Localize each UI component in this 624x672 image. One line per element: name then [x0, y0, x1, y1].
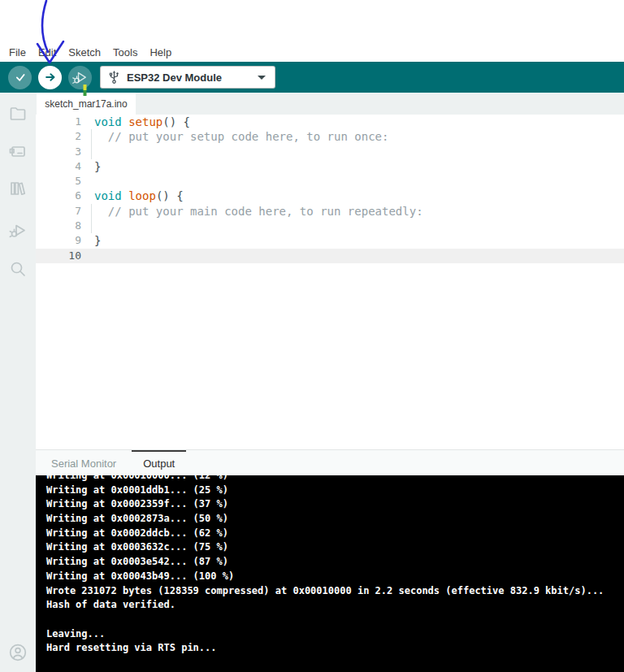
code-text: void loop() {: [94, 189, 184, 203]
console-line: Hard resetting via RTS pin...: [46, 641, 624, 656]
debug-button[interactable]: [68, 66, 92, 89]
code-text: void setup() {: [94, 115, 190, 129]
tab-sketch-label: sketch_mar17a.ino: [45, 98, 127, 110]
menu-file[interactable]: File: [6, 45, 28, 60]
activity-sidebar: [0, 93, 36, 672]
code-line[interactable]: 3: [36, 145, 624, 159]
console-line: Writing at 0x0003632c... (75 %): [46, 540, 624, 555]
check-icon: [11, 68, 29, 86]
line-number: 9: [36, 233, 94, 248]
panel-tab-output[interactable]: Output: [132, 450, 186, 475]
panel-tab-serial-monitor[interactable]: Serial Monitor: [40, 450, 128, 475]
line-number: 6: [36, 189, 94, 203]
console-line: Writing at 0x0002359f... (37 %): [46, 497, 624, 512]
editor-tabbar: sketch_mar17a.ino: [36, 93, 624, 115]
console-line: [46, 613, 624, 627]
console-line: Writing at 0x0001ddb1... (25 %): [46, 483, 624, 498]
menu-sketch[interactable]: Sketch: [66, 45, 103, 60]
code-text: }: [94, 159, 101, 174]
debug-icon[interactable]: [8, 221, 28, 241]
line-number: 5: [36, 174, 94, 189]
code-line[interactable]: 2 // put your setup code here, to run on…: [36, 129, 624, 144]
usb-icon: [108, 70, 120, 85]
arduino-ide-window: FileEditSketchToolsHelp: [0, 0, 624, 672]
console-line: Wrote 231072 bytes (128359 compressed) a…: [46, 584, 624, 599]
console-line: Writing at 0x0003e542... (87 %): [46, 555, 624, 570]
sketchbook-folder-icon[interactable]: [8, 104, 28, 124]
line-number: 1: [36, 115, 94, 129]
menu-edit[interactable]: Edit: [36, 45, 58, 60]
tab-sketch[interactable]: sketch_mar17a.ino: [37, 93, 136, 115]
console-line: Writing at 0x0002873a... (50 %): [46, 512, 624, 527]
console-line: Hash of data verified.: [46, 598, 624, 613]
code-line[interactable]: 7 // put your main code here, to run rep…: [36, 204, 624, 219]
upload-button[interactable]: [38, 66, 62, 89]
line-number: 2: [36, 129, 94, 144]
console-line: Leaving...: [46, 627, 624, 642]
verify-button[interactable]: [8, 66, 32, 89]
account-icon[interactable]: [8, 643, 28, 662]
code-text: // put your setup code here, to run once…: [94, 129, 388, 144]
code-line[interactable]: 6void loop() {: [36, 189, 624, 203]
code-text: }: [94, 233, 101, 248]
code-line[interactable]: 1void setup() {: [36, 115, 624, 129]
editor[interactable]: 1void setup() {2 // put your setup code …: [36, 115, 624, 449]
chevron-down-icon: [258, 76, 266, 80]
bottom-panel-tabs: Serial MonitorOutput: [36, 449, 624, 475]
code-line[interactable]: 8: [36, 219, 624, 233]
output-console[interactable]: Writing at 0x00010000... (12 %)Writing a…: [36, 475, 624, 672]
board-selector-label: ESP32 Dev Module: [127, 72, 258, 84]
menubar: FileEditSketchToolsHelp: [0, 42, 624, 62]
menu-help[interactable]: Help: [147, 45, 174, 60]
code-text: // put your main code here, to run repea…: [94, 204, 423, 219]
boards-manager-icon[interactable]: [8, 141, 28, 161]
debug-icon: [71, 68, 89, 87]
search-icon[interactable]: [8, 259, 28, 279]
line-number: 4: [36, 159, 94, 174]
code-line[interactable]: 4}: [36, 159, 624, 174]
arrow-right-icon: [41, 68, 59, 86]
code-line[interactable]: 10: [36, 249, 624, 263]
line-number: 7: [36, 204, 94, 219]
console-line: Writing at 0x00010000... (12 %): [46, 475, 624, 483]
line-number: 10: [36, 249, 94, 263]
line-number: 3: [36, 145, 94, 159]
toolbar: ESP32 Dev Module: [0, 62, 624, 93]
console-line: Writing at 0x00043b49... (100 %): [46, 570, 624, 584]
console-line: Writing at 0x0002ddcb... (62 %): [46, 527, 624, 541]
code-line[interactable]: 5: [36, 174, 624, 189]
library-manager-icon[interactable]: [8, 179, 28, 198]
board-selector[interactable]: ESP32 Dev Module: [100, 66, 275, 89]
line-number: 8: [36, 219, 94, 233]
menu-tools[interactable]: Tools: [110, 45, 140, 60]
code-line[interactable]: 9}: [36, 233, 624, 248]
